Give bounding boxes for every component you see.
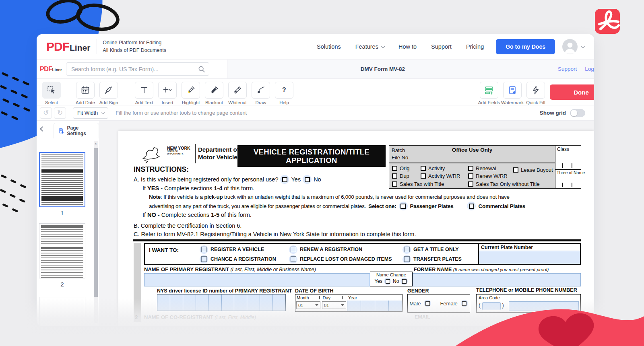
office-check[interactable]: Orig	[392, 165, 410, 171]
tool-watermark[interactable]: Watermark	[501, 82, 524, 105]
license-label: NYS driver license ID number of PRIMARY …	[157, 288, 292, 294]
change-registration-option[interactable]: CHANGE A REGISTRATION	[200, 255, 289, 264]
batch-label: Batch	[392, 147, 405, 153]
name-change-no-checkbox[interactable]	[400, 278, 408, 285]
page-settings-icon	[58, 128, 64, 134]
nav-features[interactable]: Features	[355, 43, 384, 50]
sidebar-scrollbar-thumb[interactable]	[94, 148, 98, 297]
nav-support[interactable]: Support	[431, 43, 452, 50]
app-header: PDF Liner Online Platform for Editing Al…	[37, 34, 594, 60]
primary-registrant-label: NAME OF PRIMARY REGISTRANT (Last, First,…	[144, 266, 316, 272]
done-button[interactable]: Done	[550, 84, 594, 100]
primary-name-field[interactable]	[144, 273, 370, 286]
i-want-to-table: I WANT TO: REGISTER A VEHICLE RENEW A RE…	[144, 243, 581, 265]
page-thumbnail-1[interactable]	[39, 152, 85, 207]
logo-divider	[195, 144, 196, 163]
class-box: Class Three of Name	[555, 145, 581, 189]
tagline: Online Platform for Editing All Kinds of…	[103, 39, 166, 55]
document-bar: PDF Liner DMV Form MV-82 Support Log in	[37, 60, 594, 79]
support-link[interactable]: Support	[558, 66, 577, 72]
dmv-title: Department of Motor Vehicles	[198, 146, 241, 161]
office-check[interactable]: Sales Tax with Title	[392, 181, 444, 187]
main-nav: Solutions Features How to Support Pricin…	[317, 43, 484, 50]
name-change-yes-checkbox[interactable]	[384, 278, 391, 285]
document-title: DMV Form MV-82	[318, 60, 447, 78]
tool-help[interactable]: ? Help	[272, 82, 296, 105]
login-link[interactable]: Log in	[585, 66, 594, 72]
note-line-2: advertising on any part of the truck, yo…	[149, 202, 525, 210]
page-number-1: 1	[39, 210, 85, 216]
tool-highlight[interactable]: Highlight	[179, 82, 202, 105]
instruction-line-a: A. Is this vehicle being registered only…	[134, 175, 321, 184]
view-controls: ↺ ↻ Fit Width Fill the form or use anoth…	[37, 105, 594, 121]
tool-quick-fill[interactable]: Quick Fill	[524, 82, 547, 105]
tool-whiteout[interactable]: Whiteout	[226, 82, 249, 105]
current-plate-label: Current Plate Number	[479, 244, 580, 251]
nav-pricing[interactable]: Pricing	[466, 43, 484, 50]
former-name-label: FORMER NAME (If name was changed you mus…	[414, 267, 549, 272]
current-plate-field[interactable]	[479, 251, 580, 264]
commercial-plates-checkbox[interactable]	[467, 202, 476, 210]
office-divider	[389, 163, 555, 163]
question-icon: ?	[279, 85, 289, 95]
dob-label: DATE OF BIRTH	[295, 288, 334, 294]
show-grid-toggle[interactable]	[570, 109, 585, 117]
form-title-line2: APPLICATION	[286, 156, 337, 165]
instructions-heading: INSTRUCTIONS:	[134, 165, 189, 174]
register-vehicle-option[interactable]: REGISTER A VEHICLE	[200, 245, 289, 254]
plus-icon	[163, 85, 172, 95]
no-checkbox[interactable]	[303, 175, 312, 184]
paintbrush-icon	[256, 85, 266, 95]
nav-solutions[interactable]: Solutions	[317, 43, 341, 50]
replace-items-option[interactable]: REPLACE LOST OR DAMAGED ITEMS	[289, 255, 402, 264]
page-settings-tab[interactable]: Page Settings	[54, 123, 99, 138]
zoom-mode-dropdown[interactable]: Fit Width	[73, 107, 108, 119]
transfer-plates-option[interactable]: TRANSFER PLATES	[402, 255, 478, 264]
office-check[interactable]: Lease Buyout	[513, 167, 553, 173]
tool-select[interactable]: Select	[40, 82, 63, 105]
tool-add-date[interactable]: Add Date	[74, 82, 97, 105]
tool-insert[interactable]: Insert	[156, 82, 179, 105]
form-title-box: VEHICLE REGISTRATION/TITLE APPLICATION	[237, 145, 386, 167]
yes-checkbox[interactable]	[280, 175, 289, 184]
office-check[interactable]: Renew W/RR	[468, 173, 508, 179]
file-no-label: File No.	[392, 154, 410, 161]
office-check[interactable]: Renewal	[468, 165, 496, 171]
office-check[interactable]: Activity W/RR	[421, 173, 460, 179]
pdfliner-logo-small[interactable]: PDF Liner	[40, 66, 62, 73]
tool-blackout[interactable]: Blackout	[202, 82, 226, 105]
phone-label: TELEPHONE or MOBILE PHONE NUMBER	[476, 287, 577, 293]
avatar[interactable]	[562, 39, 578, 54]
office-check[interactable]: Activity	[421, 165, 445, 171]
tool-draw[interactable]: Draw	[249, 82, 272, 105]
renew-registration-option[interactable]: RENEW A REGISTRATION	[289, 245, 402, 254]
black-dashes-pattern	[0, 174, 26, 212]
three-of-name-label: Three of Name	[557, 170, 585, 175]
search-icon[interactable]	[198, 65, 206, 73]
pdfliner-logo[interactable]: PDF Liner	[46, 40, 90, 54]
passenger-plates-checkbox[interactable]	[399, 202, 408, 210]
former-name-field[interactable]	[413, 273, 581, 286]
get-title-only-option[interactable]: GET A TITLE ONLY	[402, 245, 478, 254]
page-thumbnail-2[interactable]	[39, 223, 85, 278]
scroll-up-icon[interactable]: ▲	[93, 142, 98, 145]
editor-body: Page Settings 1 2	[37, 121, 594, 326]
ny-state-icon	[136, 144, 166, 165]
go-to-my-docs-button[interactable]: Go to my Docs	[496, 39, 555, 54]
redo-button[interactable]: ↻	[54, 107, 66, 119]
lightning-icon	[531, 85, 541, 95]
tool-add-sign[interactable]: Add Sign	[97, 82, 120, 105]
tool-add-text[interactable]: Add Text	[132, 82, 156, 105]
undo-button[interactable]: ↺	[40, 107, 52, 119]
office-check[interactable]: Dup	[392, 173, 409, 179]
bottom-fade	[0, 299, 644, 346]
if-yes-line: If YES - Complete sections 1-4 of this f…	[142, 185, 254, 192]
office-check[interactable]: Sales Tax Only without Title	[468, 181, 540, 187]
chevron-down-icon	[381, 44, 385, 48]
whiteout-brush-icon	[233, 85, 242, 95]
collapse-sidebar-icon[interactable]	[40, 126, 45, 132]
chevron-down-icon[interactable]	[581, 44, 585, 48]
nav-how-to[interactable]: How to	[398, 43, 417, 50]
tool-add-fields[interactable]: Add Fields	[477, 82, 501, 105]
search-input[interactable]	[66, 62, 209, 76]
